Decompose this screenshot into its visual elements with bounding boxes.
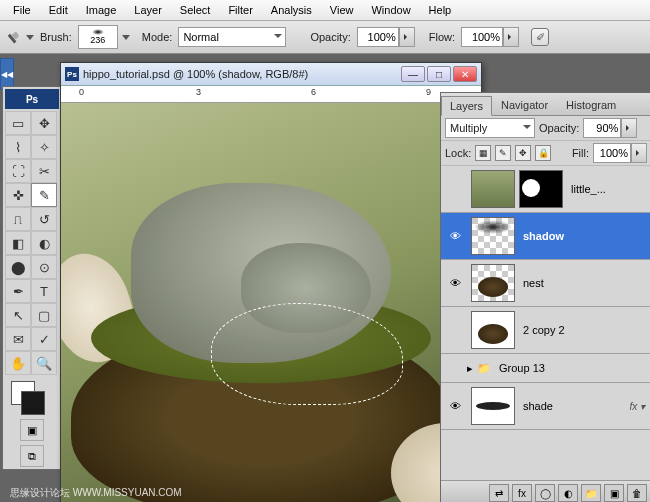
dodge-tool-icon[interactable]: ⊙ (31, 255, 57, 279)
pen-tool-icon[interactable]: ✒ (5, 279, 31, 303)
slice-tool-icon[interactable]: ✂ (31, 159, 57, 183)
standard-mode-icon[interactable]: ▣ (20, 419, 44, 441)
type-tool-icon[interactable]: T (31, 279, 57, 303)
layer-thumbnail[interactable] (471, 264, 515, 302)
heal-tool-icon[interactable]: ✜ (5, 183, 31, 207)
tab-navigator[interactable]: Navigator (492, 95, 557, 115)
menu-file[interactable]: File (4, 2, 40, 18)
screen-mode-icon[interactable]: ⧉ (20, 445, 44, 467)
canvas[interactable] (61, 103, 481, 502)
adjustment-layer-icon[interactable]: ◐ (558, 484, 578, 502)
document-titlebar[interactable]: Ps hippo_tutorial.psd @ 100% (shadow, RG… (61, 63, 481, 86)
menu-window[interactable]: Window (362, 2, 419, 18)
close-button[interactable]: ✕ (453, 66, 477, 82)
lock-position-icon[interactable]: ✥ (515, 145, 531, 161)
visibility-toggle[interactable]: 👁 (448, 229, 462, 243)
lasso-tool-icon[interactable]: ⌇ (5, 135, 31, 159)
ruler-horizontal[interactable]: 0 3 6 9 (61, 86, 481, 103)
layer-row[interactable]: 👁 nest (441, 260, 650, 307)
opacity-arrow-icon[interactable] (399, 27, 415, 47)
layer-thumbnail[interactable] (471, 217, 515, 255)
menu-select[interactable]: Select (171, 2, 220, 18)
menu-view[interactable]: View (321, 2, 363, 18)
airbrush-icon[interactable]: ✐ (531, 28, 549, 46)
visibility-toggle[interactable]: 👁 (448, 276, 462, 290)
panel-opacity-input[interactable] (583, 118, 637, 138)
layer-thumbnail[interactable] (471, 311, 515, 349)
mask-thumbnail[interactable] (519, 170, 563, 208)
delete-layer-icon[interactable]: 🗑 (627, 484, 647, 502)
zoom-tool-icon[interactable]: 🔍 (31, 351, 57, 375)
path-tool-icon[interactable]: ↖ (5, 303, 31, 327)
brush-preview[interactable]: 236 (78, 25, 118, 49)
layer-name[interactable]: nest (523, 277, 544, 289)
color-swatches[interactable] (5, 379, 59, 415)
folder-icon: 📁 (477, 362, 491, 375)
blur-tool-icon[interactable]: ⬤ (5, 255, 31, 279)
menu-help[interactable]: Help (420, 2, 461, 18)
layer-row[interactable]: 2 copy 2 (441, 307, 650, 354)
layer-name[interactable]: Group 13 (499, 362, 545, 374)
brush-label: Brush: (40, 31, 72, 43)
move-tool-icon[interactable]: ✥ (31, 111, 57, 135)
shape-tool-icon[interactable]: ▢ (31, 303, 57, 327)
tab-histogram[interactable]: Histogram (557, 95, 625, 115)
hand-tool-icon[interactable]: ✋ (5, 351, 31, 375)
layer-row[interactable]: 👁 shade fx ▾ (441, 383, 650, 430)
flow-arrow-icon[interactable] (503, 27, 519, 47)
layer-thumbnail[interactable] (471, 387, 515, 425)
new-layer-icon[interactable]: ▣ (604, 484, 624, 502)
layer-row[interactable]: little_... (441, 166, 650, 213)
link-layers-icon[interactable]: ⇄ (489, 484, 509, 502)
layer-thumbnail[interactable] (471, 170, 515, 208)
eyedropper-tool-icon[interactable]: ✓ (31, 327, 57, 351)
layer-list: little_... 👁 shadow 👁 nest 2 copy 2 ▸ 📁 … (441, 166, 650, 430)
gradient-tool-icon[interactable]: ◐ (31, 231, 57, 255)
lock-all-icon[interactable]: 🔒 (535, 145, 551, 161)
layer-name[interactable]: shadow (523, 230, 564, 242)
mode-dropdown[interactable]: Normal (178, 27, 286, 47)
opacity-input[interactable] (357, 27, 415, 47)
fx-badge[interactable]: fx ▾ (629, 401, 645, 412)
minimize-button[interactable]: — (401, 66, 425, 82)
eraser-tool-icon[interactable]: ◧ (5, 231, 31, 255)
wand-tool-icon[interactable]: ✧ (31, 135, 57, 159)
chevron-right-icon[interactable]: ▸ (467, 362, 473, 375)
brush-tool-icon[interactable]: ✎ (31, 183, 57, 207)
layer-name[interactable]: shade (523, 400, 553, 412)
visibility-toggle[interactable] (448, 323, 462, 337)
stamp-tool-icon[interactable]: ⎍ (5, 207, 31, 231)
opacity-label: Opacity: (310, 31, 350, 43)
menu-image[interactable]: Image (77, 2, 126, 18)
history-brush-icon[interactable]: ↺ (31, 207, 57, 231)
tab-layers[interactable]: Layers (441, 96, 492, 116)
menu-edit[interactable]: Edit (40, 2, 77, 18)
layer-name[interactable]: little_... (571, 183, 606, 195)
visibility-toggle[interactable]: 👁 (448, 399, 462, 413)
maximize-button[interactable]: □ (427, 66, 451, 82)
workspace: ◀◀ Ps ▭ ✥ ⌇ ✧ ⛶ ✂ ✜ ✎ ⎍ ↺ ◧ ◐ ⬤ ⊙ ✒ T ↖ … (0, 54, 650, 502)
menu-filter[interactable]: Filter (219, 2, 261, 18)
visibility-toggle[interactable] (448, 182, 462, 196)
brush-dropdown-icon[interactable] (122, 35, 130, 40)
notes-tool-icon[interactable]: ✉ (5, 327, 31, 351)
fill-input[interactable] (593, 143, 647, 163)
lock-paint-icon[interactable]: ✎ (495, 145, 511, 161)
tool-preset-icon[interactable] (3, 26, 26, 49)
crop-tool-icon[interactable]: ⛶ (5, 159, 31, 183)
menu-analysis[interactable]: Analysis (262, 2, 321, 18)
lock-transparency-icon[interactable]: ▦ (475, 145, 491, 161)
background-color[interactable] (21, 391, 45, 415)
layer-style-icon[interactable]: fx (512, 484, 532, 502)
new-group-icon[interactable]: 📁 (581, 484, 601, 502)
layer-group-row[interactable]: ▸ 📁 Group 13 (441, 354, 650, 383)
menu-layer[interactable]: Layer (125, 2, 171, 18)
layer-row[interactable]: 👁 shadow (441, 213, 650, 260)
blend-mode-dropdown[interactable]: Multiply (445, 118, 535, 138)
tool-preset-dropdown[interactable] (26, 35, 34, 40)
layer-mask-icon[interactable]: ◯ (535, 484, 555, 502)
marquee-tool-icon[interactable]: ▭ (5, 111, 31, 135)
layer-name[interactable]: 2 copy 2 (523, 324, 565, 336)
flow-input[interactable] (461, 27, 519, 47)
lock-label: Lock: (445, 147, 471, 159)
